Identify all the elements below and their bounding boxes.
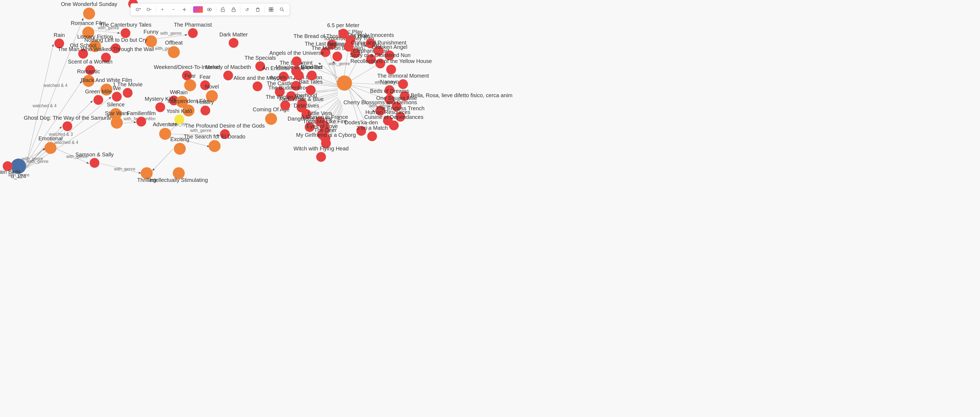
- node-label-the-castle: The Castle: [267, 80, 293, 86]
- toolbar-divider-2: [191, 6, 191, 13]
- remove-node-button[interactable]: [145, 5, 153, 14]
- node-alice-mayor[interactable]: Alice and the Mayor: [234, 75, 282, 91]
- node-cherry-blossoms[interactable]: Cherry Blossoms and Demons: [343, 99, 417, 116]
- node-label-angels-universe: Angels of the Universe: [269, 50, 324, 56]
- svg-point-133: [316, 152, 326, 162]
- node-cuisine-et[interactable]: Cuisine et Dependances: [364, 114, 423, 130]
- move-button[interactable]: ✛: [180, 5, 188, 14]
- node-one-wonderful-sunday[interactable]: One Wonderful Sunday: [61, 1, 117, 19]
- color-button[interactable]: [193, 6, 203, 13]
- svg-point-149: [385, 51, 395, 60]
- svg-point-76: [89, 40, 101, 52]
- node-label-romance-film: Romance Film: [71, 20, 106, 26]
- svg-point-116: [279, 72, 288, 81]
- svg-point-140: [332, 52, 342, 61]
- node-we-left[interactable]: We: [112, 85, 122, 101]
- svg-point-148: [374, 46, 383, 56]
- node-label-literary-fiction: Literary Fiction: [77, 34, 113, 40]
- node-central-hub[interactable]: [337, 76, 352, 91]
- node-witch-flying-head[interactable]: Witch with Flying Head: [293, 146, 348, 162]
- node-search-el-dorado[interactable]: The Search for El Dorado: [184, 133, 245, 152]
- svg-rect-13: [271, 10, 273, 11]
- svg-point-89: [123, 88, 132, 98]
- svg-point-98: [155, 102, 165, 112]
- search-button[interactable]: [278, 5, 286, 14]
- svg-point-160: [389, 121, 399, 130]
- node-label-adventure: Adventure: [153, 121, 177, 127]
- node-romance-film[interactable]: Romance Film: [71, 20, 106, 38]
- svg-point-80: [229, 38, 239, 48]
- node-melody-macbeth[interactable]: Melody of Macbeth: [205, 64, 251, 80]
- node-fear-red[interactable]: Fear: [199, 74, 210, 90]
- eye-button[interactable]: [205, 5, 214, 14]
- svg-line-41: [57, 149, 89, 163]
- svg-rect-10: [269, 8, 271, 9]
- grid-button[interactable]: [267, 5, 275, 14]
- node-man-walked[interactable]: The Man Who Walked Through the Wall: [58, 46, 154, 62]
- zoom-in-button[interactable]: +: [158, 5, 167, 14]
- node-label-we-left: We: [113, 85, 121, 91]
- node-blind-bet[interactable]: Blind Bet: [301, 64, 323, 80]
- undo-button[interactable]: ↺: [243, 5, 251, 14]
- node-rain-top[interactable]: Rain: [54, 32, 65, 48]
- svg-point-122: [280, 100, 290, 110]
- delete-button[interactable]: [253, 5, 262, 14]
- svg-point-150: [375, 59, 385, 68]
- node-label-1-the-movie: 1 The Movie: [113, 81, 143, 87]
- node-bread-early-years[interactable]: The Bread of Those Early Years: [293, 33, 370, 49]
- node-label-wigton-war: The Wigton War: [266, 94, 305, 100]
- node-label-canterbury-tales: The Canterbury Tales: [100, 22, 151, 28]
- node-familienfilm[interactable]: Familienfilm: [127, 110, 156, 127]
- svg-point-77: [145, 35, 157, 47]
- node-weekend-direct[interactable]: Weekend/Direct-To-Internet: [154, 64, 220, 80]
- svg-point-131: [356, 126, 366, 136]
- svg-point-71: [83, 8, 95, 19]
- svg-line-47: [169, 136, 209, 147]
- node-offbeat[interactable]: Offbeat: [165, 40, 183, 58]
- svg-point-6: [209, 9, 210, 10]
- node-label-silence: Silence: [107, 101, 125, 108]
- node-label-offbeat: Offbeat: [165, 40, 183, 46]
- node-the-specials[interactable]: The Specials: [245, 55, 276, 71]
- node-profound-desire[interactable]: The Profound Desire of the Gods: [185, 123, 265, 139]
- nodes-layer[interactable]: u_124 Dynamite Joe One Wonderful Sunday …: [0, 0, 512, 183]
- node-adventure[interactable]: Adventure: [153, 121, 177, 140]
- node-label-65-per-meter: 6.5 per Meter: [327, 22, 360, 28]
- graph-svg[interactable]: watched & 4 watched & 4 watched & 3 watc…: [0, 0, 980, 417]
- node-recollections-yellow[interactable]: Recollections of the Yellow House: [350, 58, 432, 75]
- node-label-samson-sally: Samson & Sally: [75, 152, 113, 157]
- add-node-button[interactable]: [134, 5, 143, 14]
- svg-point-109: [45, 142, 57, 154]
- toolbar-divider-1: [156, 6, 156, 13]
- node-angels-universe[interactable]: Angels of the Universe: [269, 50, 324, 66]
- svg-point-94: [206, 90, 218, 102]
- node-label-profound-desire: The Profound Desire of the Gods: [185, 123, 265, 129]
- svg-point-146: [339, 29, 348, 38]
- lock-button[interactable]: [229, 5, 238, 14]
- node-u124[interactable]: u_124: [11, 159, 26, 179]
- svg-point-114: [173, 167, 185, 179]
- unlock-button[interactable]: [218, 5, 227, 14]
- node-label-last-berliner: The Last Berliner: [305, 41, 346, 47]
- node-dark-matter[interactable]: Dark Matter: [220, 32, 248, 48]
- svg-point-132: [321, 138, 331, 148]
- edges-layer: watched & 4 watched & 4 watched & 3 watc…: [8, 19, 403, 178]
- svg-point-151: [386, 65, 396, 75]
- zoom-out-button[interactable]: −: [169, 5, 178, 14]
- svg-point-84: [255, 61, 265, 71]
- node-bella-rosa[interactable]: Bella, Rosa, lieve difetto fisico, cerca…: [400, 91, 512, 101]
- node-65-per-meter[interactable]: 6.5 per Meter: [327, 22, 360, 38]
- node-label-one-square-mile: One Square Mile: [376, 95, 417, 101]
- node-label-funny: Funny: [143, 29, 159, 35]
- svg-point-107: [220, 129, 230, 139]
- node-label-melody-macbeth: Melody of Macbeth: [205, 64, 251, 70]
- svg-point-115: [253, 81, 262, 91]
- node-intellectually-stimulating[interactable]: Intellectually Stimulating: [150, 167, 208, 183]
- node-canterbury-tales[interactable]: The Canterbury Tales: [100, 22, 151, 38]
- svg-point-161: [367, 132, 377, 141]
- node-immoral-moment[interactable]: The Immoral Moment: [377, 73, 429, 89]
- edge-label: watched & 4: [43, 83, 67, 88]
- node-funny[interactable]: Funny: [143, 29, 159, 47]
- svg-rect-11: [271, 8, 273, 9]
- node-nanayo[interactable]: Nanayo: [380, 79, 399, 95]
